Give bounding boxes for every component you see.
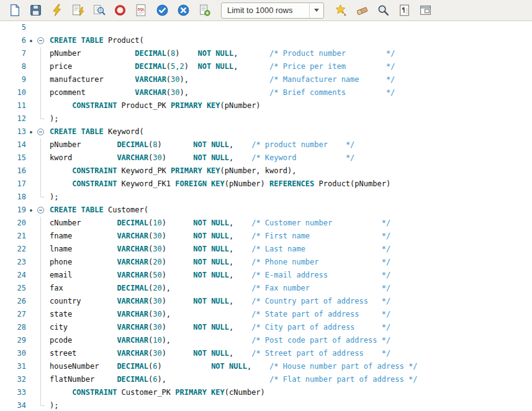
code-text[interactable]: );: [46, 191, 58, 204]
code-text[interactable]: pNumber DECIMAL(8) NOT NULL, /* product …: [46, 138, 354, 151]
row-limit-label: Limit to 1000 rows: [227, 6, 304, 15]
autotrace-icon: [92, 4, 106, 17]
rollback-button[interactable]: [175, 2, 191, 19]
editor[interactable]: 56CREATE TABLE Product(7pNumber DECIMAL(…: [0, 21, 532, 411]
code-line: 28city VARCHAR(30) NOT NULL, /* City par…: [0, 321, 532, 334]
line-number: 23: [0, 256, 27, 269]
sql-worksheet-button[interactable]: SQL: [133, 2, 149, 19]
code-text[interactable]: fname VARCHAR(30) NOT NULL, /* First nam…: [46, 230, 390, 243]
code-line: 31houseNumber DECIMAL(6) NOT NULL, /* Ho…: [0, 360, 532, 373]
code-text[interactable]: CONSTRAINT Product_PK PRIMARY KEY(pNumbe…: [46, 99, 261, 112]
run-script-button[interactable]: [70, 2, 86, 19]
code-line: 23phone VARCHAR(20) NOT NULL, /* Phone n…: [0, 256, 532, 269]
code-text[interactable]: pcomment VARCHAR(30), /* Brief comments …: [46, 86, 395, 99]
code-text[interactable]: price DECIMAL(5,2) NOT NULL, /* Price pe…: [46, 60, 395, 73]
line-number: 19: [0, 204, 27, 217]
code-line: 5: [0, 21, 532, 34]
fold-guide: [35, 86, 46, 99]
code-text[interactable]: phone VARCHAR(20) NOT NULL, /* Phone num…: [46, 256, 390, 269]
line-number: 22: [0, 243, 27, 256]
code-text[interactable]: pcode VARCHAR(10), /* Post code part of …: [46, 334, 390, 347]
rollback-icon: [177, 4, 190, 17]
code-line: 32flatNumber DECIMAL(6), /* Flat number …: [0, 373, 532, 386]
line-number: 18: [0, 191, 27, 204]
code-text[interactable]: street VARCHAR(30) NOT NULL, /* Street p…: [46, 347, 390, 360]
code-text[interactable]: manufacturer VARCHAR(30), /* Manufacture…: [46, 73, 395, 86]
code-line: 12);: [0, 112, 532, 125]
clear-eraser-button[interactable]: [354, 2, 370, 19]
fold-collapse-button[interactable]: [35, 204, 46, 217]
commit-button[interactable]: [154, 2, 170, 19]
code-line: 25fax DECIMAL(20), /* Fax number */: [0, 282, 532, 295]
code-text[interactable]: flatNumber DECIMAL(6), /* Flat number pa…: [46, 373, 417, 386]
run-script-icon: [71, 4, 84, 17]
run-statement-button[interactable]: [48, 2, 65, 19]
line-number: 13: [0, 125, 27, 138]
code-text[interactable]: country VARCHAR(30) NOT NULL, /* Country…: [46, 295, 390, 308]
line-number: 14: [0, 138, 27, 151]
fold-collapse-button[interactable]: [35, 34, 46, 47]
code-text[interactable]: email VARCHAR(50) NOT NULL, /* E-mail ad…: [46, 269, 390, 282]
row-limit-dropdown[interactable]: Limit to 1000 rows: [221, 2, 324, 19]
fold-guide: [35, 256, 46, 269]
code-text[interactable]: kword VARCHAR(30) NOT NULL, /* Keyword *…: [46, 151, 354, 165]
find-search-button[interactable]: [375, 2, 391, 19]
line-number: 6: [0, 34, 27, 47]
code-text[interactable]: state VARCHAR(30), /* State part of addr…: [46, 308, 390, 321]
explain-plan-icon: [114, 4, 127, 17]
unshared-worksheet-button[interactable]: [196, 2, 212, 19]
code-text[interactable]: );: [46, 399, 58, 411]
line-number: 25: [0, 282, 27, 295]
code-line: 22lname VARCHAR(30) NOT NULL, /* Last na…: [0, 243, 532, 256]
line-number: 24: [0, 269, 27, 282]
fold-collapse-button[interactable]: [35, 125, 46, 138]
snippet-star-button[interactable]: [333, 2, 349, 19]
code-text[interactable]: CONSTRAINT Keyword_PK PRIMARY KEY(pNumbe…: [46, 165, 296, 178]
explain-plan-button[interactable]: [112, 2, 128, 19]
gutter-dot-cell: [27, 40, 35, 42]
code-text[interactable]: pNumber DECIMAL(8) NOT NULL, /* Product …: [46, 47, 395, 60]
toolbar: SQLLimit to 1000 rows: [0, 0, 532, 21]
code-text[interactable]: );: [46, 112, 58, 125]
code-text[interactable]: fax DECIMAL(20), /* Fax number */: [46, 282, 390, 295]
find-search-icon: [377, 4, 390, 17]
line-number: 29: [0, 334, 27, 347]
fold-guide: [35, 178, 46, 191]
document-outline-icon: [398, 4, 411, 17]
line-number: 34: [0, 399, 27, 411]
new-document-button[interactable]: [6, 2, 22, 19]
code-line: 11 CONSTRAINT Product_PK PRIMARY KEY(pNu…: [0, 99, 532, 112]
sql-worksheet-icon: SQL: [135, 4, 148, 17]
new-document-icon: [8, 4, 21, 17]
line-number: 27: [0, 308, 27, 321]
code-text[interactable]: CONSTRAINT Customer_PK PRIMARY KEY(cNumb…: [46, 386, 265, 399]
code-text[interactable]: cNumber DECIMAL(10) NOT NULL, /* Custome…: [46, 217, 390, 230]
statement-dot-icon: [30, 209, 32, 212]
fold-guide: [35, 230, 46, 243]
line-number: 31: [0, 360, 27, 373]
code-line: 17 CONSTRAINT Keyword_FK1 FOREIGN KEY(pN…: [0, 178, 532, 191]
save-icon: [29, 4, 42, 17]
detach-panel-icon: [419, 4, 432, 17]
code-text[interactable]: CREATE TABLE Keyword(: [46, 125, 144, 138]
autotrace-button[interactable]: [91, 2, 107, 19]
document-outline-button[interactable]: [396, 2, 412, 19]
fold-guide: [35, 386, 46, 399]
line-number: 21: [0, 230, 27, 243]
detach-panel-button[interactable]: [417, 2, 433, 19]
fold-guide: [35, 373, 46, 386]
statement-dot-icon: [30, 131, 32, 133]
code-text[interactable]: CREATE TABLE Customer(: [46, 204, 148, 217]
code-line: 24email VARCHAR(50) NOT NULL, /* E-mail …: [0, 269, 532, 282]
code-line: 19CREATE TABLE Customer(: [0, 204, 532, 217]
fold-guide: [35, 269, 46, 282]
fold-guide: [35, 191, 46, 204]
code-text[interactable]: houseNumber DECIMAL(6) NOT NULL, /* Hous…: [46, 360, 418, 373]
code-line: 21fname VARCHAR(30) NOT NULL, /* First n…: [0, 230, 532, 243]
save-button[interactable]: [27, 2, 43, 19]
code-text[interactable]: CONSTRAINT Keyword_FK1 FOREIGN KEY(pNumb…: [46, 178, 390, 191]
code-text[interactable]: lname VARCHAR(30) NOT NULL, /* Last name…: [46, 243, 390, 256]
code-text[interactable]: city VARCHAR(30) NOT NULL, /* City part …: [46, 321, 390, 334]
code-text[interactable]: CREATE TABLE Product(: [46, 34, 144, 47]
code-line: 18);: [0, 191, 532, 204]
